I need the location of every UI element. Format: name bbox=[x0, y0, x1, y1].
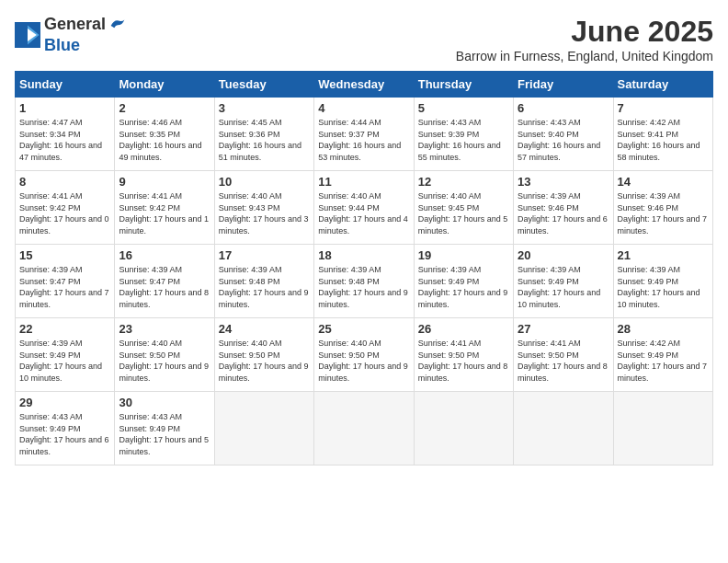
logo-bird-icon bbox=[108, 16, 128, 36]
calendar-cell: 10 Sunrise: 4:40 AM Sunset: 9:43 PM Dayl… bbox=[214, 171, 313, 245]
calendar-cell: 28 Sunrise: 4:42 AM Sunset: 9:49 PM Dayl… bbox=[613, 318, 712, 392]
day-number: 28 bbox=[618, 322, 709, 336]
day-number: 13 bbox=[518, 175, 609, 189]
weekday-header-sunday: Sunday bbox=[16, 72, 115, 98]
calendar-cell: 2 Sunrise: 4:46 AM Sunset: 9:35 PM Dayli… bbox=[115, 98, 214, 171]
calendar-cell: 4 Sunrise: 4:44 AM Sunset: 9:37 PM Dayli… bbox=[314, 98, 414, 171]
day-number: 2 bbox=[119, 101, 210, 115]
calendar-cell: 30 Sunrise: 4:43 AM Sunset: 9:49 PM Dayl… bbox=[115, 392, 214, 465]
day-info: Sunrise: 4:43 AM Sunset: 9:49 PM Dayligh… bbox=[19, 411, 110, 457]
day-info: Sunrise: 4:39 AM Sunset: 9:47 PM Dayligh… bbox=[19, 264, 110, 310]
day-number: 6 bbox=[518, 101, 609, 115]
logo-text: General Blue bbox=[44, 15, 128, 55]
day-number: 14 bbox=[618, 175, 709, 189]
day-info: Sunrise: 4:39 AM Sunset: 9:48 PM Dayligh… bbox=[318, 264, 409, 310]
calendar-cell: 13 Sunrise: 4:39 AM Sunset: 9:46 PM Dayl… bbox=[514, 171, 613, 245]
calendar-cell: 15 Sunrise: 4:39 AM Sunset: 9:47 PM Dayl… bbox=[16, 245, 115, 318]
day-number: 16 bbox=[119, 248, 210, 262]
calendar-cell: 14 Sunrise: 4:39 AM Sunset: 9:46 PM Dayl… bbox=[613, 171, 712, 245]
day-number: 19 bbox=[418, 248, 509, 262]
day-info: Sunrise: 4:39 AM Sunset: 9:47 PM Dayligh… bbox=[119, 264, 210, 310]
weekday-header-thursday: Thursday bbox=[414, 72, 513, 98]
location-subtitle: Barrow in Furness, England, United Kingd… bbox=[456, 49, 713, 63]
calendar-cell: 9 Sunrise: 4:41 AM Sunset: 9:42 PM Dayli… bbox=[115, 171, 214, 245]
calendar-cell: 6 Sunrise: 4:43 AM Sunset: 9:40 PM Dayli… bbox=[514, 98, 613, 171]
calendar-cell: 27 Sunrise: 4:41 AM Sunset: 9:50 PM Dayl… bbox=[514, 318, 613, 392]
day-number: 29 bbox=[19, 396, 110, 409]
day-info: Sunrise: 4:43 AM Sunset: 9:49 PM Dayligh… bbox=[119, 411, 210, 457]
day-number: 8 bbox=[19, 175, 110, 189]
title-area: June 2025 Barrow in Furness, England, Un… bbox=[456, 15, 713, 63]
calendar-cell: 11 Sunrise: 4:40 AM Sunset: 9:44 PM Dayl… bbox=[314, 171, 414, 245]
week-row-5: 29 Sunrise: 4:43 AM Sunset: 9:49 PM Dayl… bbox=[16, 392, 713, 465]
weekday-header-tuesday: Tuesday bbox=[214, 72, 313, 98]
page-header: General Blue June 2025 Barrow in Furness… bbox=[15, 15, 713, 63]
day-number: 9 bbox=[119, 175, 210, 189]
day-number: 11 bbox=[318, 175, 409, 189]
calendar-cell bbox=[414, 392, 513, 465]
calendar-cell: 8 Sunrise: 4:41 AM Sunset: 9:42 PM Dayli… bbox=[16, 171, 115, 245]
calendar-cell bbox=[214, 392, 313, 465]
day-info: Sunrise: 4:39 AM Sunset: 9:46 PM Dayligh… bbox=[518, 190, 609, 236]
calendar-cell bbox=[314, 392, 414, 465]
day-info: Sunrise: 4:39 AM Sunset: 9:49 PM Dayligh… bbox=[518, 264, 609, 310]
day-info: Sunrise: 4:39 AM Sunset: 9:49 PM Dayligh… bbox=[418, 264, 509, 310]
day-info: Sunrise: 4:40 AM Sunset: 9:50 PM Dayligh… bbox=[119, 338, 210, 384]
day-number: 30 bbox=[119, 396, 210, 409]
day-number: 18 bbox=[318, 248, 409, 262]
calendar-cell: 21 Sunrise: 4:39 AM Sunset: 9:49 PM Dayl… bbox=[613, 245, 712, 318]
week-row-4: 22 Sunrise: 4:39 AM Sunset: 9:49 PM Dayl… bbox=[16, 318, 713, 392]
logo-blue: Blue bbox=[44, 36, 128, 55]
day-info: Sunrise: 4:40 AM Sunset: 9:45 PM Dayligh… bbox=[418, 190, 509, 236]
calendar-cell: 25 Sunrise: 4:40 AM Sunset: 9:50 PM Dayl… bbox=[314, 318, 414, 392]
day-number: 10 bbox=[219, 175, 310, 189]
day-number: 3 bbox=[219, 101, 310, 115]
week-row-1: 1 Sunrise: 4:47 AM Sunset: 9:34 PM Dayli… bbox=[16, 98, 713, 171]
day-info: Sunrise: 4:46 AM Sunset: 9:35 PM Dayligh… bbox=[119, 117, 210, 163]
day-number: 4 bbox=[318, 101, 409, 115]
day-info: Sunrise: 4:47 AM Sunset: 9:34 PM Dayligh… bbox=[19, 117, 110, 163]
day-info: Sunrise: 4:39 AM Sunset: 9:46 PM Dayligh… bbox=[618, 190, 709, 236]
day-info: Sunrise: 4:43 AM Sunset: 9:39 PM Dayligh… bbox=[418, 117, 509, 163]
day-number: 26 bbox=[418, 322, 509, 336]
day-number: 25 bbox=[318, 322, 409, 336]
day-number: 23 bbox=[119, 322, 210, 336]
day-number: 21 bbox=[618, 248, 709, 262]
day-info: Sunrise: 4:44 AM Sunset: 9:37 PM Dayligh… bbox=[318, 117, 409, 163]
logo-general: General bbox=[44, 15, 106, 36]
calendar-cell: 5 Sunrise: 4:43 AM Sunset: 9:39 PM Dayli… bbox=[414, 98, 513, 171]
logo-icon bbox=[15, 22, 40, 48]
day-info: Sunrise: 4:40 AM Sunset: 9:43 PM Dayligh… bbox=[219, 190, 310, 236]
day-number: 24 bbox=[219, 322, 310, 336]
logo: General Blue bbox=[15, 15, 128, 55]
day-number: 7 bbox=[618, 101, 709, 115]
week-row-2: 8 Sunrise: 4:41 AM Sunset: 9:42 PM Dayli… bbox=[16, 171, 713, 245]
day-info: Sunrise: 4:41 AM Sunset: 9:42 PM Dayligh… bbox=[119, 190, 210, 236]
day-number: 17 bbox=[219, 248, 310, 262]
week-row-3: 15 Sunrise: 4:39 AM Sunset: 9:47 PM Dayl… bbox=[16, 245, 713, 318]
day-number: 27 bbox=[518, 322, 609, 336]
day-info: Sunrise: 4:45 AM Sunset: 9:36 PM Dayligh… bbox=[219, 117, 310, 163]
calendar-cell: 23 Sunrise: 4:40 AM Sunset: 9:50 PM Dayl… bbox=[115, 318, 214, 392]
day-info: Sunrise: 4:41 AM Sunset: 9:50 PM Dayligh… bbox=[418, 338, 509, 384]
calendar-cell: 12 Sunrise: 4:40 AM Sunset: 9:45 PM Dayl… bbox=[414, 171, 513, 245]
calendar-cell: 18 Sunrise: 4:39 AM Sunset: 9:48 PM Dayl… bbox=[314, 245, 414, 318]
weekday-header-saturday: Saturday bbox=[613, 72, 712, 98]
calendar-cell: 19 Sunrise: 4:39 AM Sunset: 9:49 PM Dayl… bbox=[414, 245, 513, 318]
calendar-cell: 17 Sunrise: 4:39 AM Sunset: 9:48 PM Dayl… bbox=[214, 245, 313, 318]
calendar-cell: 7 Sunrise: 4:42 AM Sunset: 9:41 PM Dayli… bbox=[613, 98, 712, 171]
day-number: 15 bbox=[19, 248, 110, 262]
calendar-cell: 22 Sunrise: 4:39 AM Sunset: 9:49 PM Dayl… bbox=[16, 318, 115, 392]
calendar-cell bbox=[514, 392, 613, 465]
calendar-table: SundayMondayTuesdayWednesdayThursdayFrid… bbox=[15, 71, 713, 465]
calendar-cell: 1 Sunrise: 4:47 AM Sunset: 9:34 PM Dayli… bbox=[16, 98, 115, 171]
calendar-cell: 20 Sunrise: 4:39 AM Sunset: 9:49 PM Dayl… bbox=[514, 245, 613, 318]
weekday-header-monday: Monday bbox=[115, 72, 214, 98]
svg-rect-0 bbox=[15, 22, 28, 48]
day-info: Sunrise: 4:39 AM Sunset: 9:49 PM Dayligh… bbox=[19, 338, 110, 384]
calendar-cell: 16 Sunrise: 4:39 AM Sunset: 9:47 PM Dayl… bbox=[115, 245, 214, 318]
day-number: 5 bbox=[418, 101, 509, 115]
weekday-header-row: SundayMondayTuesdayWednesdayThursdayFrid… bbox=[16, 72, 713, 98]
day-info: Sunrise: 4:43 AM Sunset: 9:40 PM Dayligh… bbox=[518, 117, 609, 163]
day-info: Sunrise: 4:42 AM Sunset: 9:41 PM Dayligh… bbox=[618, 117, 709, 163]
